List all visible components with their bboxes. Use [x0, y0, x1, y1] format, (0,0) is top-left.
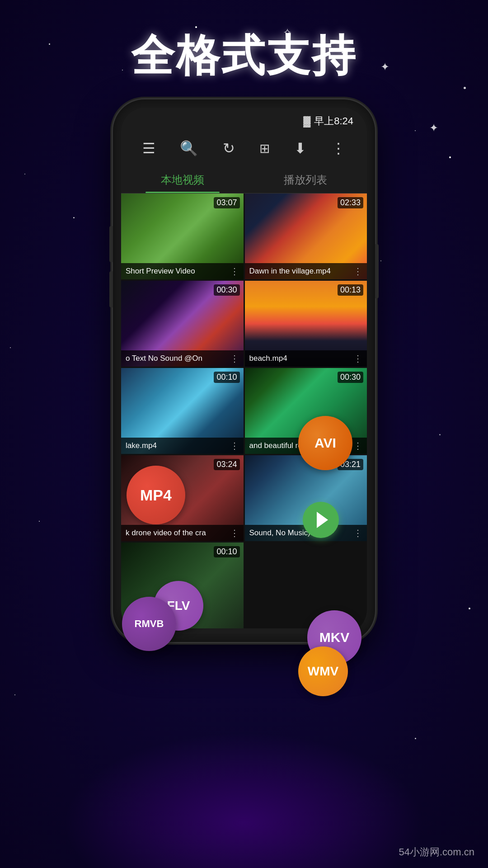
more-options-icon[interactable]: ⋮ — [331, 140, 346, 157]
video-item[interactable]: 02:33 Dawn in the village.mp4 ⋮ — [245, 193, 367, 279]
video-item[interactable]: 00:30 o Text No Sound @On ⋮ — [121, 281, 244, 367]
video-duration: 03:07 — [214, 197, 239, 208]
video-info: o Text No Sound @On ⋮ — [121, 350, 244, 367]
refresh-icon[interactable]: ↻ — [223, 140, 235, 157]
video-duration: 00:10 — [214, 546, 239, 557]
video-duration: 00:10 — [214, 372, 239, 383]
play-triangle-icon — [317, 512, 328, 528]
video-info: Short Preview Video ⋮ — [121, 263, 244, 279]
phone-screen: ▓ 早上8:24 ☰ 🔍 ↻ ⊞ ⬇ ⋮ 本地视频 播放列表 — [121, 108, 367, 634]
video-item[interactable]: 03:07 Short Preview Video ⋮ — [121, 193, 244, 279]
download-icon[interactable]: ⬇ — [294, 140, 306, 157]
video-title: Dawn in the village.mp4 — [249, 267, 351, 276]
video-title: lake.mp4 — [126, 441, 227, 450]
video-duration: 00:30 — [214, 284, 239, 296]
format-bubble-mp4: MP4 — [127, 466, 185, 524]
grid-view-icon[interactable]: ⊞ — [259, 141, 270, 156]
search-icon[interactable]: 🔍 — [180, 140, 198, 157]
video-title: Short Preview Video — [126, 267, 227, 276]
video-more-icon[interactable]: ⋮ — [353, 440, 362, 451]
video-info: Dawn in the village.mp4 ⋮ — [245, 263, 367, 279]
volume-down-button[interactable] — [109, 271, 113, 307]
watermark: 54小游网.com.cn — [399, 845, 475, 859]
tab-bar: 本地视频 播放列表 — [121, 166, 367, 193]
battery-icon: ▓ — [303, 115, 310, 127]
video-more-icon[interactable]: ⋮ — [353, 528, 362, 538]
volume-up-button[interactable] — [109, 226, 113, 262]
tab-playlist[interactable]: 播放列表 — [244, 166, 367, 193]
video-info: beach.mp4 ⋮ — [245, 350, 367, 367]
video-more-icon[interactable]: ⋮ — [230, 353, 239, 364]
format-bubble-wmv: WMV — [298, 646, 348, 696]
video-title: k drone video of the cra — [126, 528, 227, 538]
page-headline: 全格式支持 — [0, 27, 488, 86]
format-bubble-avi: AVI — [298, 416, 352, 470]
menu-icon[interactable]: ☰ — [142, 140, 155, 157]
format-bubble-rmvb: RMVB — [122, 597, 176, 651]
video-duration: 03:24 — [214, 459, 239, 470]
video-more-icon[interactable]: ⋮ — [353, 353, 362, 364]
phone-outer: ▓ 早上8:24 ☰ 🔍 ↻ ⊞ ⬇ ⋮ 本地视频 播放列表 — [113, 99, 375, 642]
video-info: k drone video of the cra ⋮ — [121, 525, 244, 541]
video-duration: 00:30 — [338, 372, 363, 383]
play-button[interactable] — [303, 502, 339, 538]
video-more-icon[interactable]: ⋮ — [353, 266, 362, 277]
video-more-icon[interactable]: ⋮ — [230, 440, 239, 451]
video-more-icon[interactable]: ⋮ — [230, 528, 239, 538]
video-item[interactable]: 00:10 lake.mp4 ⋮ — [121, 368, 244, 454]
video-duration: 02:33 — [338, 197, 363, 208]
tab-local-videos[interactable]: 本地视频 — [121, 166, 244, 193]
video-more-icon[interactable]: ⋮ — [230, 266, 239, 277]
status-time: 早上8:24 — [314, 114, 353, 128]
phone-mockup: ▓ 早上8:24 ☰ 🔍 ↻ ⊞ ⬇ ⋮ 本地视频 播放列表 — [113, 99, 375, 642]
tab-playlist-label: 播放列表 — [284, 173, 327, 187]
video-grid: 03:07 Short Preview Video ⋮ 02:33 Dawn i… — [121, 193, 367, 628]
status-bar: ▓ 早上8:24 — [121, 108, 367, 130]
video-title: beach.mp4 — [249, 354, 351, 363]
video-info: lake.mp4 ⋮ — [121, 438, 244, 454]
app-toolbar: ☰ 🔍 ↻ ⊞ ⬇ ⋮ — [121, 130, 367, 166]
video-item[interactable]: 00:13 beach.mp4 ⋮ — [245, 281, 367, 367]
tab-local-videos-label: 本地视频 — [161, 173, 204, 187]
video-title: o Text No Sound @On — [126, 354, 227, 363]
power-button[interactable] — [375, 244, 379, 298]
video-duration: 00:13 — [338, 284, 363, 296]
status-info: ▓ 早上8:24 — [303, 114, 353, 128]
